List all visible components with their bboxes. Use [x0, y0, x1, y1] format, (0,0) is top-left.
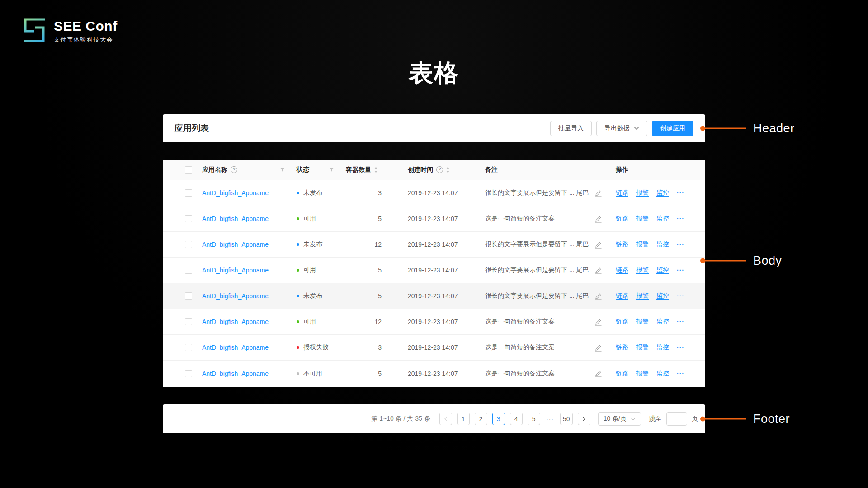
help-icon[interactable]: ? [436, 166, 443, 173]
edit-icon[interactable] [594, 267, 602, 274]
table-row: AntD_bigfish_Appname 未发布 5 2019-12-23 14… [163, 283, 705, 309]
row-checkbox[interactable] [185, 292, 192, 300]
slide: SEE Conf 支付宝体验科技大会 表格 应用列表 批量导入 导出数据 创建应… [0, 0, 868, 488]
more-actions-icon[interactable]: ··· [677, 241, 684, 248]
app-name-link[interactable]: AntD_bigfish_Appname [202, 370, 269, 377]
edit-icon[interactable] [594, 318, 602, 326]
app-name-link[interactable]: AntD_bigfish_Appname [202, 318, 269, 325]
action-link-monitor[interactable]: 监控 [656, 189, 669, 197]
next-page-button[interactable] [578, 413, 590, 425]
chevron-down-icon [631, 418, 636, 421]
action-link-monitor[interactable]: 监控 [656, 343, 669, 352]
filter-icon[interactable] [280, 167, 285, 172]
edit-icon[interactable] [594, 215, 602, 223]
action-link-monitor[interactable]: 监控 [656, 240, 669, 249]
app-name-link[interactable]: AntD_bigfish_Appname [202, 241, 269, 248]
chevron-down-icon [634, 127, 639, 130]
action-link-monitor[interactable]: 监控 [656, 292, 669, 300]
status-dot [297, 243, 299, 246]
table-row: AntD_bigfish_Appname 可用 5 2019-12-23 14:… [163, 206, 705, 232]
row-checkbox[interactable] [185, 318, 192, 325]
action-link-trace[interactable]: 链路 [616, 318, 628, 326]
action-link-alarm[interactable]: 报警 [636, 189, 649, 197]
create-app-button[interactable]: 创建应用 [652, 121, 693, 136]
page-button-1[interactable]: 1 [457, 413, 470, 425]
row-checkbox[interactable] [185, 344, 192, 351]
row-checkbox[interactable] [185, 189, 192, 197]
column-header-name: 应用名称 [202, 166, 227, 174]
page-button-50[interactable]: 50 [560, 413, 573, 425]
more-actions-icon[interactable]: ··· [677, 267, 684, 274]
app-name-link[interactable]: AntD_bigfish_Appname [202, 189, 269, 197]
action-link-monitor[interactable]: 监控 [656, 318, 669, 326]
remark-text: 这是一句简短的备注文案 [485, 343, 555, 352]
action-link-trace[interactable]: 链路 [616, 215, 628, 223]
action-link-alarm[interactable]: 报警 [636, 370, 649, 378]
edit-icon[interactable] [594, 241, 602, 249]
action-link-alarm[interactable]: 报警 [636, 292, 649, 300]
annotation-line [705, 418, 746, 420]
column-header-count: 容器数量 [346, 166, 371, 174]
action-link-alarm[interactable]: 报警 [636, 266, 649, 274]
table-header-row: 应用名称 ? 状态 容器数量 创建时间 ? [163, 160, 705, 180]
edit-icon[interactable] [594, 344, 602, 352]
table-row: AntD_bigfish_Appname 未发布 12 2019-12-23 1… [163, 232, 705, 258]
action-link-trace[interactable]: 链路 [616, 240, 628, 249]
batch-import-button[interactable]: 批量导入 [550, 121, 592, 136]
more-actions-icon[interactable]: ··· [677, 292, 684, 300]
more-actions-icon[interactable]: ··· [677, 215, 684, 222]
action-link-monitor[interactable]: 监控 [656, 266, 669, 274]
action-link-trace[interactable]: 链路 [616, 189, 628, 197]
pagination-ellipsis: ··· [545, 415, 555, 422]
action-link-trace[interactable]: 链路 [616, 266, 628, 274]
page-button-2[interactable]: 2 [475, 413, 487, 425]
created-time: 2019-12-23 14:07 [408, 189, 485, 197]
pagination-total: 第 1~10 条 / 共 35 条 [371, 415, 430, 423]
remark-text: 很长的文字要展示但是要留下 ... 尾巴 [485, 292, 589, 300]
action-link-alarm[interactable]: 报警 [636, 343, 649, 352]
status-dot [297, 192, 299, 194]
annotation-line [705, 260, 746, 262]
more-actions-icon[interactable]: ··· [677, 344, 684, 351]
more-actions-icon[interactable]: ··· [677, 318, 684, 325]
sorter-icon[interactable] [374, 167, 378, 173]
app-name-link[interactable]: AntD_bigfish_Appname [202, 267, 269, 274]
jump-page-input[interactable] [666, 412, 687, 426]
status-label: 未发布 [303, 189, 322, 197]
app-name-link[interactable]: AntD_bigfish_Appname [202, 215, 269, 222]
created-time: 2019-12-23 14:07 [408, 241, 485, 248]
more-actions-icon[interactable]: ··· [677, 370, 684, 377]
action-link-monitor[interactable]: 监控 [656, 215, 669, 223]
action-link-monitor[interactable]: 监控 [656, 370, 669, 378]
action-link-trace[interactable]: 链路 [616, 292, 628, 300]
sorter-icon[interactable] [446, 167, 450, 173]
page-button-5[interactable]: 5 [528, 413, 540, 425]
action-link-trace[interactable]: 链路 [616, 370, 628, 378]
row-checkbox[interactable] [185, 267, 192, 274]
edit-icon[interactable] [594, 189, 602, 197]
help-icon[interactable]: ? [231, 166, 237, 173]
annotation-header: Header [700, 122, 795, 136]
action-link-alarm[interactable]: 报警 [636, 215, 649, 223]
select-all-checkbox[interactable] [185, 166, 192, 174]
edit-icon[interactable] [594, 292, 602, 300]
app-name-link[interactable]: AntD_bigfish_Appname [202, 344, 269, 351]
app-name-link[interactable]: AntD_bigfish_Appname [202, 292, 269, 300]
remark-text: 很长的文字要展示但是要留下 ... 尾巴 [485, 240, 589, 249]
row-checkbox[interactable] [185, 370, 192, 377]
page-size-select[interactable]: 10 条/页 [598, 412, 641, 426]
action-link-trace[interactable]: 链路 [616, 343, 628, 352]
page-button-4[interactable]: 4 [510, 413, 523, 425]
export-data-button[interactable]: 导出数据 [596, 121, 647, 136]
status-label: 未发布 [303, 240, 322, 249]
more-actions-icon[interactable]: ··· [677, 189, 684, 197]
action-link-alarm[interactable]: 报警 [636, 240, 649, 249]
action-link-alarm[interactable]: 报警 [636, 318, 649, 326]
container-count: 5 [346, 267, 408, 274]
row-checkbox[interactable] [185, 215, 192, 222]
prev-page-button[interactable] [439, 413, 452, 425]
page-button-3-active[interactable]: 3 [492, 413, 505, 425]
row-checkbox[interactable] [185, 241, 192, 248]
edit-icon[interactable] [594, 370, 602, 377]
filter-icon[interactable] [329, 167, 334, 172]
